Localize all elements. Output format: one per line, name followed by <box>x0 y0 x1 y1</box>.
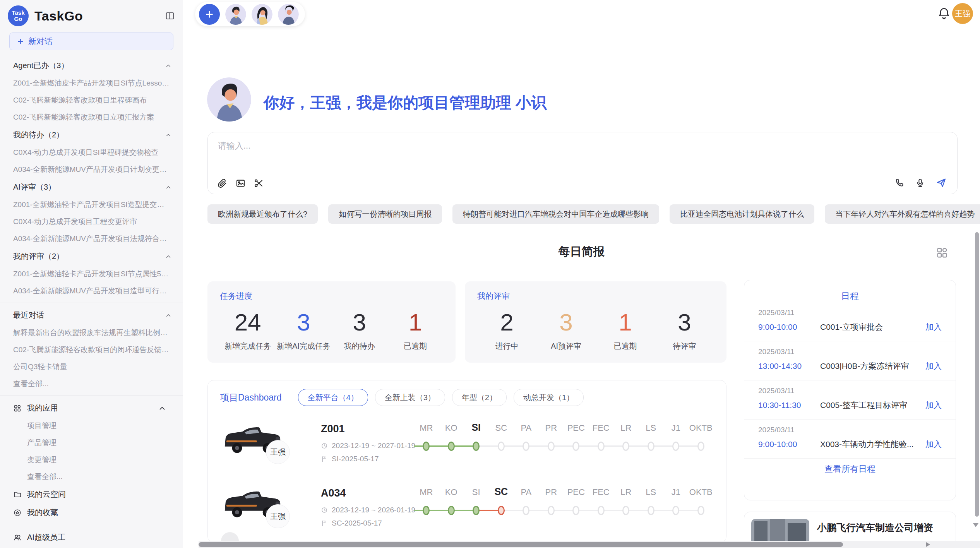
team-pill <box>195 2 305 26</box>
sidebar-item[interactable]: A034-全新新能源MUV产品开发项目法规符合性评审 <box>0 230 183 247</box>
send-icon[interactable] <box>935 177 947 188</box>
sidebar-item-cloud-space[interactable]: 我的云空间 <box>0 485 183 503</box>
user-avatar[interactable]: 王强 <box>952 3 973 24</box>
sidebar-item[interactable]: C02-飞腾新能源轻客改款项目的闭环通告反馈情况 <box>0 341 183 358</box>
avatar[interactable] <box>278 4 299 25</box>
milestone-node-sc[interactable] <box>498 442 505 451</box>
suggestion-chip[interactable]: 当下年轻人对汽车外观有怎样的喜好趋势 <box>825 204 980 224</box>
milestone-node-ko[interactable] <box>448 506 455 515</box>
schedule-event: 2025/03/11 10:30-11:30 C005-整车工程目标评审 加入 <box>744 380 956 420</box>
milestone-label-si: SI <box>464 422 489 433</box>
milestone-node-pa[interactable] <box>523 506 529 515</box>
sidebar-group-title: Agent已办（3） <box>13 60 69 71</box>
sidebar-item-view-all[interactable]: 查看全部... <box>0 375 183 392</box>
sidebar-item[interactable]: Z001-全新燃油轻卡产品开发项目SI造型提交物评审 <box>0 196 183 213</box>
join-button[interactable]: 加入 <box>925 400 942 411</box>
project-code[interactable]: Z001 <box>321 423 345 435</box>
milestone-node-fec[interactable] <box>598 506 605 515</box>
stats-row: 任务进度 24 新增完成任务 3 新增AI完成任务 3 我的待办 <box>207 281 726 363</box>
mic-icon[interactable] <box>915 178 925 188</box>
horizontal-scrollbar-thumb[interactable] <box>199 542 843 547</box>
milestone-node-fec[interactable] <box>598 442 605 451</box>
sidebar-item[interactable]: A034-全新新能源MUV产品开发项目造型可行性评审 <box>0 283 183 300</box>
milestone-node-ls[interactable] <box>648 442 654 451</box>
suggestion-chip[interactable]: 比亚迪全固态电池计划具体说了什么 <box>670 204 814 224</box>
sidebar-group-header[interactable]: Agent已办（3） <box>0 57 183 75</box>
stat-columns: 2 进行中 3 AI预评审 1 已逾期 3 待评审 <box>477 309 714 351</box>
chat-input[interactable] <box>217 139 948 166</box>
join-button[interactable]: 加入 <box>925 361 942 372</box>
sidebar-item-change-mgmt[interactable]: 变更管理 <box>0 451 183 468</box>
suggestion-chip[interactable]: 特朗普可能对进口汽车增税会对中国车企造成哪些影响 <box>452 204 659 224</box>
sidebar-group-header[interactable]: 我的待办（2） <box>0 126 183 144</box>
tab-all-new-body[interactable]: 全新上装（3） <box>375 389 445 406</box>
sidebar-item-ai-super-staff[interactable]: AI超级员工 <box>0 528 183 546</box>
milestone-node-sc[interactable] <box>498 506 505 515</box>
sidebar-item[interactable]: Z001-全新燃油皮卡产品开发项目SI节点Lesson Learn报告 <box>0 75 183 92</box>
sidebar-item[interactable]: 公司Q3轻卡销量 <box>0 358 183 375</box>
milestone-node-lr[interactable] <box>622 506 629 515</box>
sidebar-group-header[interactable]: 最近对话 <box>0 306 183 324</box>
milestone-label-ls: LS <box>639 423 664 433</box>
tab-powertrain-dev[interactable]: 动总开发（1） <box>514 389 584 406</box>
scroll-down-arrow-icon[interactable] <box>973 523 978 527</box>
sidebar-item-project-mgmt[interactable]: 项目管理 <box>0 417 183 434</box>
phone-icon[interactable] <box>894 178 905 188</box>
milestone-node-oktb[interactable] <box>697 506 704 515</box>
milestone-node-ls[interactable] <box>648 506 654 515</box>
notification-bell-icon[interactable] <box>937 6 951 20</box>
image-upload-icon[interactable] <box>235 178 246 188</box>
vertical-scrollbar-thumb[interactable] <box>975 232 979 517</box>
plus-icon <box>204 9 214 19</box>
sidebar-group-header[interactable]: AI评审（3） <box>0 178 183 196</box>
avatar[interactable] <box>225 4 246 25</box>
event-row: 10:30-11:30 C005-整车工程目标评审 加入 <box>758 400 942 411</box>
add-member-button[interactable] <box>199 4 220 25</box>
project-code[interactable]: A034 <box>321 487 346 499</box>
sidebar-collapse-icon[interactable] <box>165 11 175 21</box>
milestone-node-lr[interactable] <box>622 442 629 451</box>
milestone-node-pec[interactable] <box>572 506 579 515</box>
scissors-icon[interactable] <box>254 178 264 188</box>
sidebar-item[interactable]: C0X4-动力总成开发项目SI里程碑提交物检查 <box>0 144 183 161</box>
milestone-node-pr[interactable] <box>548 506 555 515</box>
view-all-schedules-link[interactable]: 查看所有日程 <box>744 463 956 475</box>
suggestion-chip[interactable]: 如何写一份清晰的项目周报 <box>328 204 442 224</box>
sidebar-item[interactable]: A034-全新新能源MUV产品开发项目计划变更表编写 <box>0 161 183 178</box>
paperclip-icon[interactable] <box>217 178 228 188</box>
sidebar-item-favorites[interactable]: 我的收藏 <box>0 503 183 522</box>
tab-all-new-platform[interactable]: 全新平台（4） <box>298 389 368 406</box>
milestone-node-pr[interactable] <box>548 442 555 451</box>
sidebar-my-apps-header[interactable]: 我的应用 <box>0 399 183 417</box>
sidebar-item[interactable]: 解释最新出台的欧盟报废车法规再生塑料比例被调至15%... <box>0 324 183 341</box>
milestone-node-pa[interactable] <box>523 442 529 451</box>
sidebar-group-header[interactable]: 我的评审（2） <box>0 247 183 265</box>
sidebar-item-view-all[interactable]: 查看全部... <box>0 468 183 485</box>
tab-model-year[interactable]: 年型（2） <box>452 389 507 406</box>
sidebar-item[interactable]: C02-飞腾新能源轻客改款项目立项汇报方案 <box>0 109 183 126</box>
milestone-node-mr[interactable] <box>423 506 430 515</box>
event-row: 13:00-14:30 C003|H0B-方案冻结评审 加入 <box>758 361 942 372</box>
sidebar-item[interactable]: C02-飞腾新能源轻客改款项目里程碑画布 <box>0 92 183 109</box>
milestone-node-j1[interactable] <box>672 442 679 451</box>
milestone-node-pec[interactable] <box>572 442 579 451</box>
milestone-node-ko[interactable] <box>448 442 455 451</box>
sidebar-item[interactable]: C0X4-动力总成开发项目工程变更评审 <box>0 213 183 230</box>
sidebar-item[interactable]: Z001-全新燃油轻卡产品开发项目SI节点属性5D文件评审 <box>0 265 183 283</box>
sidebar-item-product-mgmt[interactable]: 产品管理 <box>0 434 183 451</box>
sidebar-item-help-me-write[interactable]: 帮我写作 <box>0 546 183 548</box>
layout-grid-icon[interactable] <box>935 246 949 259</box>
new-chat-button[interactable]: 新对话 <box>9 33 173 50</box>
milestone-label-lr: LR <box>613 423 639 433</box>
milestone-node-oktb[interactable] <box>697 442 704 451</box>
avatar[interactable] <box>252 4 272 25</box>
join-button[interactable]: 加入 <box>925 439 942 450</box>
milestone-node-si[interactable] <box>473 442 480 451</box>
milestone-node-si[interactable] <box>473 506 480 515</box>
project-dashboard-card: 项目Dashboard 全新平台（4） 全新上装（3） 年型（2） 动总开发（1… <box>207 380 726 543</box>
milestone-node-j1[interactable] <box>672 506 679 515</box>
milestone-node-mr[interactable] <box>423 442 430 451</box>
suggestion-chip[interactable]: 欧洲新规最近颁布了什么? <box>207 204 318 224</box>
join-button[interactable]: 加入 <box>925 322 942 332</box>
scroll-right-arrow-icon[interactable] <box>926 542 930 547</box>
